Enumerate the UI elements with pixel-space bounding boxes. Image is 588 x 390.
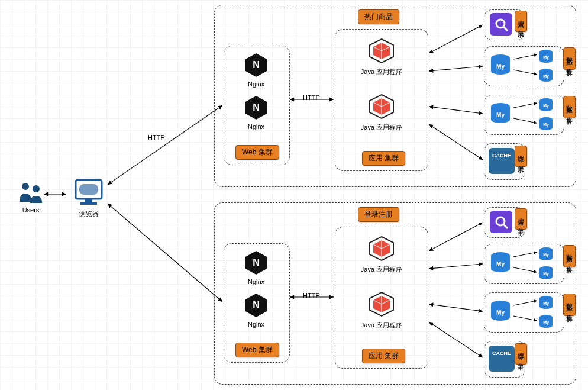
svg-line-94 [429,264,483,269]
svg-line-89 [513,54,537,59]
connections [0,0,588,390]
svg-line-81 [108,105,222,185]
svg-line-90 [513,70,537,75]
edge-http-bottom-inner: HTTP [303,292,320,299]
svg-line-85 [429,25,483,53]
svg-line-97 [513,252,537,257]
svg-line-91 [513,103,537,108]
svg-line-92 [513,118,537,123]
edge-http-top: HTTP [148,134,165,141]
svg-line-82 [108,204,222,302]
svg-line-95 [429,304,483,311]
svg-line-99 [513,301,537,305]
svg-line-93 [429,223,483,251]
svg-line-100 [513,316,537,321]
svg-line-98 [513,267,537,272]
svg-line-86 [429,66,483,71]
svg-line-87 [429,107,483,114]
svg-line-88 [429,124,483,160]
edge-http-top-inner: HTTP [303,94,320,101]
svg-line-96 [429,322,483,357]
